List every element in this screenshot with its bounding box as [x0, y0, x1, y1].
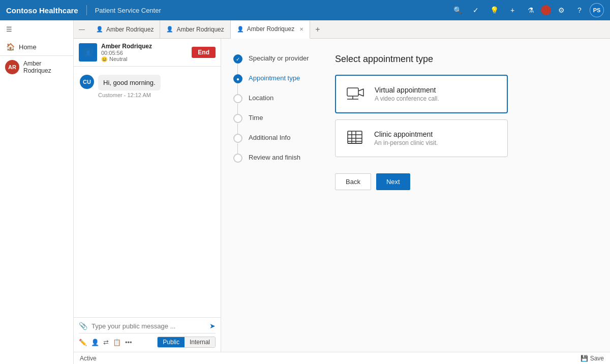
- step-4-circle: [233, 114, 242, 123]
- chat-timestamp: Customer - 12:12 AM: [98, 92, 161, 98]
- end-call-button[interactable]: End: [192, 47, 216, 58]
- step-2-label: Appointment type: [249, 74, 300, 82]
- sidebar-item-home-label: Home: [19, 43, 37, 51]
- virtual-appointment-icon: [344, 83, 367, 105]
- chat-mode-toggle: Public Internal: [157, 337, 216, 348]
- chat-input[interactable]: [92, 322, 205, 330]
- step-6: Review and finish: [233, 153, 335, 163]
- agent-avatar: AR: [5, 60, 19, 74]
- schedule-panel: ✓ Specialty or provider ● Appointment ty…: [221, 39, 610, 352]
- step-3: Location: [233, 94, 335, 113]
- notification-badge: [541, 5, 551, 15]
- conv-tab-3[interactable]: 👤 Amber Rodriquez ✕: [231, 21, 310, 39]
- more-icon[interactable]: •••: [125, 339, 132, 346]
- status-bar: Active 💾 Save: [74, 352, 610, 364]
- app-brand: Contoso Healthcare: [6, 6, 78, 15]
- conv-tab-label-1: Amber Rodriquez: [106, 26, 154, 33]
- step-1-circle: ✓: [233, 54, 242, 64]
- attach-icon[interactable]: 📎: [79, 322, 87, 330]
- hamburger-icon: ☰: [6, 25, 12, 33]
- tab-close-icon[interactable]: ✕: [299, 26, 303, 32]
- conversation-tabs: — 👤 Amber Rodriquez 👤 Amber Rodriquez 👤 …: [74, 20, 610, 39]
- virtual-appointment-desc: A video conference call.: [375, 95, 439, 102]
- conversation-panel: 👤 Amber Rodriquez 00:05:56 😐 Neutral End: [74, 39, 221, 352]
- call-avatar: 👤: [79, 43, 97, 62]
- note-icon[interactable]: 📋: [113, 339, 121, 346]
- call-bar: 👤 Amber Rodriquez 00:05:56 😐 Neutral End: [74, 39, 221, 67]
- stepper-column: ✓ Specialty or provider ● Appointment ty…: [233, 49, 325, 342]
- conv-tab-label-2: Amber Rodriquez: [176, 26, 224, 33]
- save-button[interactable]: 💾 Save: [581, 355, 604, 362]
- step-5: Additional Info: [233, 133, 335, 153]
- next-button[interactable]: Next: [376, 173, 410, 190]
- format-icon[interactable]: ✏️: [79, 339, 87, 346]
- step-1-label: Specialty or provider: [249, 54, 309, 62]
- mode-public-button[interactable]: Public: [158, 337, 185, 347]
- tab-person-icon-1: 👤: [96, 26, 103, 33]
- step-4-label: Time: [249, 113, 263, 122]
- hamburger-menu[interactable]: ☰: [0, 20, 73, 38]
- avatar[interactable]: PS: [590, 3, 604, 17]
- chat-area: CU Hi, good morning. Customer - 12:12 AM: [74, 67, 221, 317]
- save-label: Save: [590, 355, 604, 362]
- clinic-appointment-text: Clinic appointment An in-person clinic v…: [374, 130, 438, 146]
- send-icon[interactable]: ➤: [209, 322, 216, 330]
- tab-add-button[interactable]: +: [310, 20, 325, 38]
- step-4: Time: [233, 113, 335, 133]
- svg-rect-2: [347, 88, 358, 96]
- call-timer: 00:05:56: [101, 50, 188, 56]
- mode-internal-button[interactable]: Internal: [185, 337, 215, 347]
- call-name: Amber Rodriquez: [101, 43, 188, 50]
- chat-message-text: Hi, good morning.: [103, 79, 156, 86]
- clinic-appointment-desc: An in-person clinic visit.: [374, 139, 438, 146]
- person-icon[interactable]: 👤: [91, 339, 99, 346]
- step-6-circle: [233, 154, 242, 163]
- chat-sender-avatar: CU: [80, 75, 94, 89]
- agent-item[interactable]: AR Amber Rodriquez: [0, 56, 73, 78]
- call-status: 😐 Neutral: [101, 56, 188, 62]
- sidebar-item-home[interactable]: 🏠 Home: [0, 38, 73, 55]
- step-5-circle: [233, 134, 242, 143]
- save-icon: 💾: [581, 355, 588, 362]
- stepper: ✓ Specialty or provider ● Appointment ty…: [233, 54, 335, 163]
- check-icon[interactable]: ✓: [468, 2, 484, 18]
- chat-input-row: 📎 ➤: [79, 322, 216, 330]
- step-2-circle: ●: [233, 74, 242, 83]
- bulb-icon[interactable]: 💡: [486, 2, 502, 18]
- nav-divider: [86, 5, 87, 15]
- search-icon[interactable]: 🔍: [449, 2, 466, 18]
- swap-icon[interactable]: ⇄: [103, 339, 109, 346]
- settings-icon[interactable]: ⚙: [553, 2, 569, 18]
- appointment-options: Virtual appointment A video conference c…: [335, 75, 588, 157]
- tab-person-icon-2: 👤: [166, 26, 173, 33]
- conv-tab-1[interactable]: 👤 Amber Rodriquez: [90, 20, 160, 38]
- active-status: Active: [80, 355, 97, 362]
- main-content: — 👤 Amber Rodriquez 👤 Amber Rodriquez 👤 …: [74, 20, 610, 364]
- plus-icon[interactable]: +: [504, 2, 521, 18]
- virtual-appointment-text: Virtual appointment A video conference c…: [375, 86, 439, 102]
- chat-input-area: 📎 ➤ ✏️ 👤 ⇄ 📋 ••• Public Internal: [74, 317, 221, 352]
- appointment-column: Select appointment type: [325, 49, 598, 342]
- top-nav-icons: 🔍 ✓ 💡 + ⚗ ⚙ ? PS: [449, 2, 604, 18]
- step-3-circle: [233, 94, 242, 103]
- home-icon: 🏠: [6, 43, 15, 51]
- virtual-appointment-title: Virtual appointment: [375, 86, 439, 94]
- chat-toolbar: ✏️ 👤 ⇄ 📋 ••• Public Internal: [79, 333, 216, 348]
- clinic-appointment-option[interactable]: Clinic appointment An in-person clinic v…: [335, 119, 508, 157]
- top-nav: Contoso Healthcare Patient Service Cente…: [0, 0, 610, 20]
- step-2: ● Appointment type: [233, 74, 335, 94]
- minimize-button[interactable]: —: [74, 26, 90, 33]
- step-6-label: Review and finish: [249, 153, 300, 161]
- filter-icon[interactable]: ⚗: [523, 2, 539, 18]
- help-icon[interactable]: ?: [571, 2, 588, 18]
- chat-bubble: Hi, good morning. Customer - 12:12 AM: [98, 75, 161, 98]
- app-layout: ☰ 🏠 Home AR Amber Rodriquez — 👤 Amber Ro…: [0, 20, 610, 364]
- clinic-appointment-icon: [344, 127, 366, 149]
- content-split: 👤 Amber Rodriquez 00:05:56 😐 Neutral End: [74, 39, 610, 352]
- call-status-label: Neutral: [109, 56, 127, 62]
- back-button[interactable]: Back: [335, 173, 371, 190]
- appointment-actions: Back Next: [335, 173, 588, 190]
- virtual-appointment-option[interactable]: Virtual appointment A video conference c…: [335, 75, 508, 113]
- conv-tab-2[interactable]: 👤 Amber Rodriquez: [160, 20, 230, 38]
- svg-text:👤: 👤: [85, 50, 92, 56]
